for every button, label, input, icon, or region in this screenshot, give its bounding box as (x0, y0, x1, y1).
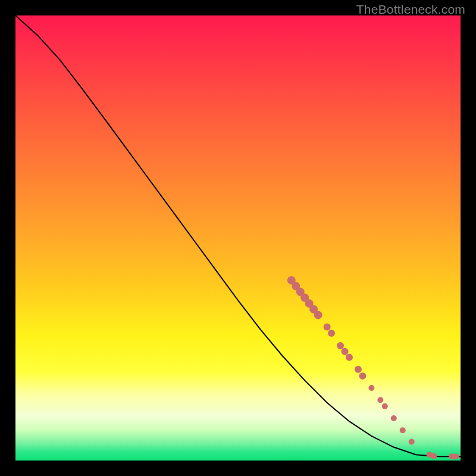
curve-layer (15, 15, 461, 461)
data-point (453, 453, 459, 459)
data-point (355, 366, 362, 373)
data-point (359, 372, 366, 380)
data-point (324, 324, 331, 331)
data-point (342, 348, 349, 355)
data-point (337, 342, 344, 349)
data-point (431, 453, 437, 459)
data-point (382, 403, 388, 409)
data-point (346, 353, 353, 361)
data-point (391, 415, 397, 421)
data-point (368, 385, 374, 391)
attribution-label: TheBottleneck.com (356, 2, 465, 17)
data-point (314, 311, 322, 319)
data-point (328, 330, 335, 337)
plot-area (15, 15, 461, 461)
data-point (377, 397, 383, 403)
bottleneck-curve (15, 15, 461, 456)
data-point (409, 439, 415, 445)
chart-stage: TheBottleneck.com (0, 0, 476, 476)
data-point (400, 427, 406, 433)
data-markers (287, 276, 459, 459)
